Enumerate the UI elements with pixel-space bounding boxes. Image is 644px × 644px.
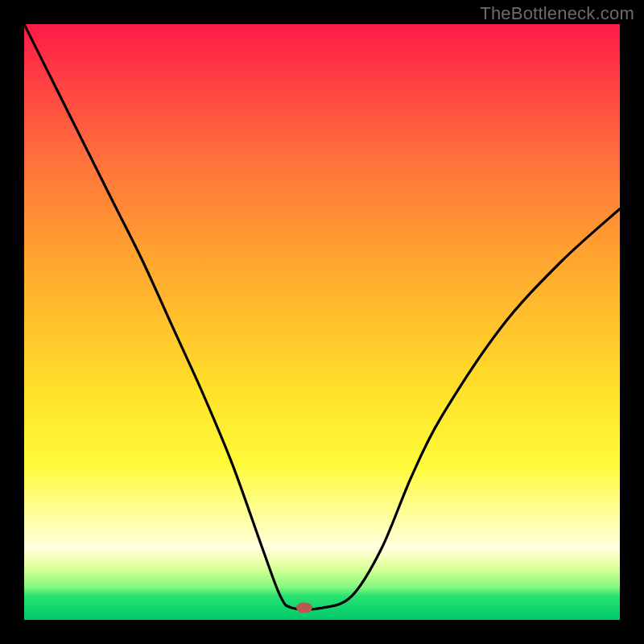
watermark-text: TheBottleneck.com — [480, 3, 634, 24]
optimal-marker — [296, 603, 312, 613]
bottleneck-curve — [24, 24, 620, 620]
chart-frame: TheBottleneck.com — [0, 0, 644, 644]
